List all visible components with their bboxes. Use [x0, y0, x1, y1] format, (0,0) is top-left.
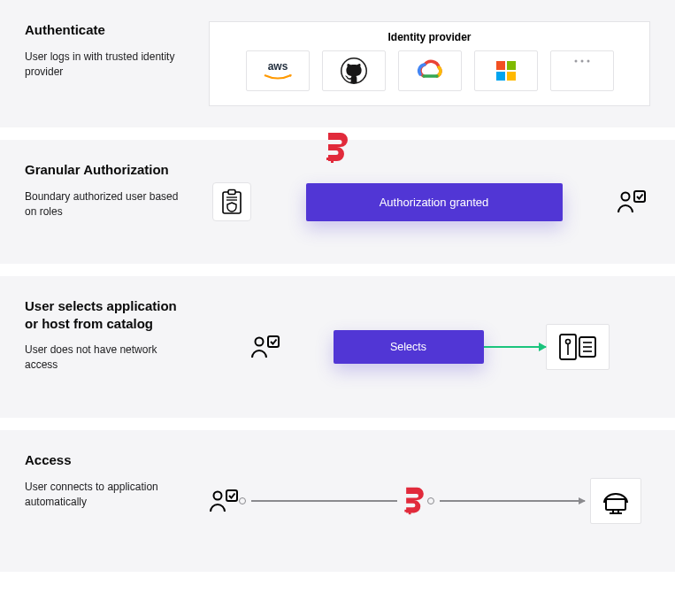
flow-line-icon [251, 500, 397, 502]
svg-rect-9 [326, 158, 329, 160]
svg-point-8 [587, 60, 589, 63]
microsoft-icon [495, 60, 517, 81]
svg-rect-18 [268, 336, 279, 347]
boundary-logo-icon [325, 131, 351, 165]
arrow-green-icon [484, 346, 546, 348]
svg-rect-5 [507, 72, 516, 81]
user-check-icon [209, 486, 239, 516]
svg-rect-3 [507, 61, 516, 70]
svg-point-26 [214, 492, 222, 500]
svg-point-20 [565, 340, 570, 344]
svg-rect-30 [606, 499, 625, 510]
section-selects: User selects application or host from ca… [0, 276, 675, 418]
provider-github [322, 50, 386, 91]
svg-rect-2 [496, 61, 505, 70]
google-cloud-icon [415, 58, 445, 83]
authorization-title: Granular Authorization [25, 161, 193, 179]
provider-google-cloud [398, 50, 462, 91]
svg-rect-16 [634, 191, 645, 202]
provider-aws: aws [246, 50, 310, 91]
boundary-logo-icon [403, 486, 427, 516]
provider-microsoft [474, 50, 538, 91]
flow-arrow-icon [440, 500, 586, 502]
svg-rect-28 [404, 510, 407, 512]
authenticate-desc: User logs in with trusted identity provi… [25, 50, 193, 81]
authorization-desc: Boundary authorized user based on roles [25, 189, 193, 220]
svg-text:aws: aws [267, 60, 288, 73]
svg-rect-10 [331, 160, 334, 163]
svg-rect-12 [228, 190, 235, 195]
github-icon [341, 58, 367, 84]
provider-more [550, 50, 614, 91]
terminal-icon [590, 478, 641, 524]
svg-point-15 [622, 193, 630, 201]
section-access: Access User connects to application auto… [0, 430, 675, 572]
svg-point-6 [574, 60, 577, 63]
user-check-icon [250, 332, 280, 362]
svg-point-17 [255, 338, 263, 346]
svg-rect-29 [408, 512, 410, 515]
clipboard-shield-icon [212, 182, 251, 221]
svg-point-7 [580, 60, 583, 63]
user-check-icon [617, 187, 647, 217]
flow-node-icon [427, 497, 434, 504]
access-title: Access [25, 451, 193, 469]
selects-title: User selects application or host from ca… [25, 297, 193, 332]
access-desc: User connects to application automatical… [25, 480, 193, 511]
flow-node-icon [239, 497, 246, 504]
selects-banner: Selects [334, 330, 484, 364]
identity-provider-title: Identity provider [224, 31, 635, 43]
authorization-banner: Authorization granted [306, 183, 563, 221]
catalog-icon [546, 324, 610, 370]
aws-icon: aws [258, 59, 297, 82]
svg-rect-27 [226, 490, 237, 501]
ellipsis-icon [573, 58, 591, 64]
identity-provider-panel: Identity provider aws [209, 21, 650, 106]
authenticate-title: Authenticate [25, 21, 193, 39]
section-authenticate: Authenticate User logs in with trusted i… [0, 0, 675, 127]
selects-desc: User does not have network access [25, 343, 193, 373]
svg-rect-4 [496, 72, 505, 81]
